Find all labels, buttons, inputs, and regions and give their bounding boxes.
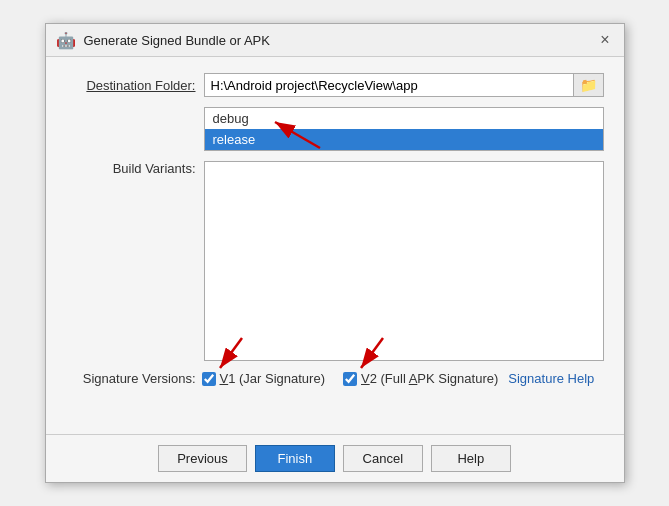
- v2-option[interactable]: V2 (Full APK Signature): [343, 371, 498, 386]
- v1-label: V1 (Jar Signature): [220, 371, 326, 386]
- generate-signed-dialog: 🤖 Generate Signed Bundle or APK × Destin…: [45, 23, 625, 483]
- signature-row: Signature Versions: V1 (Jar Signature) V…: [66, 371, 604, 386]
- folder-browse-button[interactable]: 📁: [573, 74, 603, 96]
- build-variants-label: Build Variants:: [66, 161, 196, 176]
- title-bar: 🤖 Generate Signed Bundle or APK ×: [46, 24, 624, 57]
- dropdown-item-debug[interactable]: debug: [205, 108, 603, 129]
- destination-row: Destination Folder: 📁: [66, 73, 604, 97]
- dialog-title: Generate Signed Bundle or APK: [84, 33, 270, 48]
- v2-label: V2 (Full APK Signature): [361, 371, 498, 386]
- android-icon: 🤖: [56, 31, 76, 50]
- help-button[interactable]: Help: [431, 445, 511, 472]
- dialog-body: Destination Folder: 📁 debug release: [46, 57, 624, 434]
- build-variants-row: Build Variants:: [66, 161, 604, 361]
- path-input-wrapper: 📁: [204, 73, 604, 97]
- dropdown-item-release[interactable]: release: [205, 129, 603, 150]
- close-button[interactable]: ×: [596, 30, 613, 50]
- v2-checkbox[interactable]: [343, 372, 357, 386]
- title-bar-left: 🤖 Generate Signed Bundle or APK: [56, 31, 270, 50]
- signature-label: Signature Versions:: [66, 371, 196, 386]
- destination-label: Destination Folder:: [66, 78, 196, 93]
- build-list-area[interactable]: [204, 161, 604, 361]
- signature-help-link[interactable]: Signature Help: [508, 371, 594, 386]
- previous-button[interactable]: Previous: [158, 445, 247, 472]
- cancel-button[interactable]: Cancel: [343, 445, 423, 472]
- build-variant-dropdown-row: debug release: [66, 107, 604, 151]
- build-variant-dropdown[interactable]: debug release: [204, 107, 604, 151]
- v1-checkbox[interactable]: [202, 372, 216, 386]
- finish-button[interactable]: Finish: [255, 445, 335, 472]
- destination-input[interactable]: [205, 74, 573, 96]
- dialog-footer: Previous Finish Cancel Help: [46, 434, 624, 482]
- v1-option[interactable]: V1 (Jar Signature): [202, 371, 326, 386]
